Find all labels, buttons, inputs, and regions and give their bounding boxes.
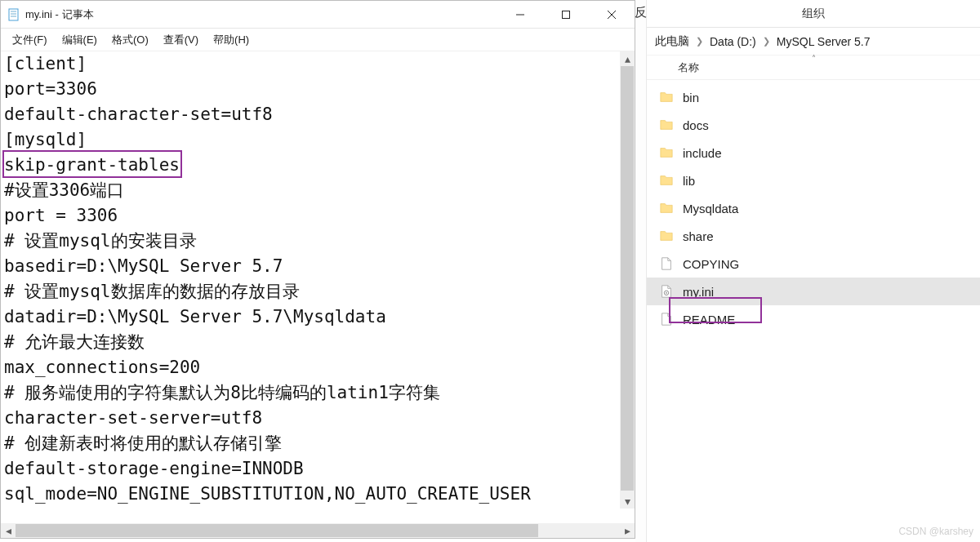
scroll-thumb[interactable]	[621, 66, 634, 491]
window-title: my.ini - 记事本	[25, 7, 94, 22]
file-name-label: bin	[683, 91, 699, 104]
folder-icon	[658, 144, 675, 161]
close-button[interactable]	[589, 1, 635, 29]
menu-edit[interactable]: 编辑(E)	[56, 31, 104, 49]
file-row[interactable]: my.ini	[647, 278, 980, 305]
file-name-label: lib	[683, 174, 695, 188]
file-row[interactable]: docs	[647, 111, 980, 139]
file-list: bindocsincludelibMysqldatashareCOPYINGmy…	[647, 80, 980, 333]
scroll-left-arrow-icon[interactable]: ◂	[1, 523, 16, 538]
scroll-thumb[interactable]	[16, 524, 538, 537]
file-name-label: docs	[683, 118, 709, 132]
text-editor[interactable]: [client] port=3306 default-character-set…	[1, 51, 635, 523]
file-row[interactable]: Mysqldata	[647, 194, 980, 222]
folder-icon	[658, 117, 675, 133]
horizontal-scrollbar[interactable]: ◂ ▸	[1, 523, 635, 538]
ribbon-tab-label: 组织	[802, 7, 825, 21]
folder-icon	[658, 200, 675, 216]
adjacent-window-edge: 反	[635, 0, 647, 542]
adjacent-label: 反	[635, 5, 647, 20]
file-row[interactable]: COPYING	[647, 250, 980, 278]
file-name-label: COPYING	[683, 257, 739, 271]
chevron-right-icon: ❯	[691, 36, 708, 47]
titlebar: my.ini - 记事本	[1, 1, 635, 29]
ini-file-icon	[658, 283, 675, 300]
notepad-icon	[7, 8, 20, 21]
vertical-scrollbar[interactable]: ▴ ▾	[620, 51, 635, 509]
svg-rect-5	[563, 11, 570, 18]
crumb-drive[interactable]: Data (D:)	[708, 35, 758, 48]
file-name-label: include	[683, 146, 722, 160]
explorer-ribbon-tab[interactable]: 组织	[647, 0, 980, 28]
folder-icon	[658, 228, 675, 244]
column-header-label: 名称	[678, 60, 699, 75]
menubar: 文件(F) 编辑(E) 格式(O) 查看(V) 帮助(H)	[1, 29, 635, 51]
menu-view[interactable]: 查看(V)	[157, 31, 205, 49]
file-name-label: my.ini	[683, 285, 714, 299]
maximize-button[interactable]	[543, 1, 589, 29]
menu-file[interactable]: 文件(F)	[6, 31, 54, 49]
file-name-label: Mysqldata	[683, 202, 738, 215]
folder-icon	[658, 89, 675, 105]
folder-icon	[658, 172, 675, 189]
minimize-button[interactable]	[497, 1, 543, 29]
notepad-window: my.ini - 记事本 文件(F) 编辑(E) 格式(O) 查看(V) 帮助(…	[0, 0, 635, 539]
crumb-folder[interactable]: MySQL Server 5.7	[775, 35, 872, 48]
sort-indicator-icon: ˄	[812, 54, 816, 63]
file-row[interactable]: share	[647, 222, 980, 250]
scroll-down-arrow-icon[interactable]: ▾	[620, 494, 635, 509]
scroll-up-arrow-icon[interactable]: ▴	[620, 51, 635, 66]
crumb-this-pc[interactable]: 此电脑	[653, 34, 691, 49]
file-icon	[658, 255, 675, 272]
file-explorer: 组织 此电脑 ❯ Data (D:) ❯ MySQL Server 5.7 ˄ …	[647, 0, 980, 542]
svg-point-9	[666, 292, 667, 294]
file-row[interactable]: include	[647, 139, 980, 167]
watermark: CSDN @karshey	[898, 526, 973, 537]
file-row[interactable]: README	[647, 305, 980, 333]
file-icon	[658, 311, 675, 327]
file-name-label: share	[683, 229, 714, 243]
column-header-name[interactable]: ˄ 名称	[647, 56, 980, 80]
chevron-right-icon: ❯	[758, 36, 775, 47]
scroll-right-arrow-icon[interactable]: ▸	[620, 523, 635, 538]
menu-format[interactable]: 格式(O)	[105, 31, 155, 49]
svg-rect-0	[9, 9, 18, 20]
breadcrumb: 此电脑 ❯ Data (D:) ❯ MySQL Server 5.7	[647, 28, 980, 56]
file-name-label: README	[683, 313, 735, 327]
file-row[interactable]: bin	[647, 83, 980, 111]
file-row[interactable]: lib	[647, 167, 980, 194]
menu-help[interactable]: 帮助(H)	[207, 31, 256, 49]
